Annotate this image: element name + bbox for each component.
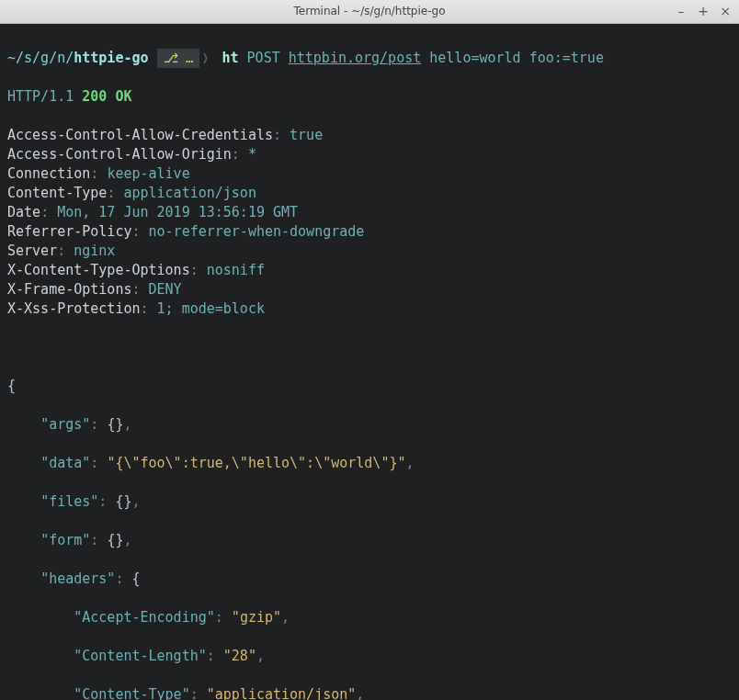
json-args: "args": {}, bbox=[7, 415, 732, 435]
header-value: * bbox=[248, 146, 256, 163]
response-header: Access-Control-Allow-Credentials: true bbox=[7, 126, 732, 145]
header-value: true bbox=[290, 127, 323, 143]
cmd-name: ht bbox=[222, 50, 239, 66]
prompt-sep-icon: ❯ bbox=[203, 49, 209, 68]
header-key: Access-Control-Allow-Origin bbox=[7, 146, 232, 163]
response-header: Content-Type: application/json bbox=[7, 184, 732, 203]
header-value: DENY bbox=[149, 281, 182, 298]
header-key: Date bbox=[7, 204, 40, 220]
close-button[interactable]: × bbox=[719, 2, 732, 21]
header-value: nosniff bbox=[207, 262, 265, 278]
http-proto: HTTP/1.1 bbox=[7, 88, 74, 105]
json-h-cl: "Content-Length": "28", bbox=[7, 647, 732, 666]
header-value: no-referrer-when-downgrade bbox=[149, 223, 365, 240]
status-line: HTTP/1.1 200 OK bbox=[7, 87, 732, 107]
header-value: application/json bbox=[123, 185, 256, 201]
response-headers: Access-Control-Allow-Credentials: trueAc… bbox=[7, 126, 732, 319]
response-header: Access-Control-Allow-Origin: * bbox=[7, 145, 732, 164]
cwd-prefix: ~/s/g/n/ bbox=[7, 50, 74, 66]
cmd-url: httpbin.org/post bbox=[289, 50, 422, 66]
branch-name: … bbox=[186, 49, 193, 68]
minimize-button[interactable]: – bbox=[675, 2, 688, 21]
header-key: Server bbox=[7, 243, 57, 259]
header-value: keep-alive bbox=[107, 165, 189, 182]
header-value: 1; mode=block bbox=[157, 300, 265, 317]
header-key: X-Frame-Options bbox=[7, 281, 131, 298]
prompt-line-1: ~/s/g/n/httpie-go ⎇ …❯ ht POST httpbin.o… bbox=[7, 49, 732, 68]
response-header: Server: nginx bbox=[7, 242, 732, 261]
blank-line bbox=[7, 338, 732, 357]
response-header: Date: Mon, 17 Jun 2019 13:56:19 GMT bbox=[7, 203, 732, 222]
branch-icon: ⎇ bbox=[164, 49, 178, 68]
json-h-ct: "Content-Type": "application/json", bbox=[7, 685, 732, 700]
response-header: Referrer-Policy: no-referrer-when-downgr… bbox=[7, 222, 732, 242]
header-key: Content-Type bbox=[7, 185, 107, 201]
http-status: 200 OK bbox=[82, 88, 131, 105]
json-data: "data": "{\"foo\":true,\"hello\":\"world… bbox=[7, 454, 732, 473]
header-key: X-Content-Type-Options bbox=[7, 262, 190, 278]
json-open: { bbox=[7, 377, 732, 396]
terminal[interactable]: ~/s/g/n/httpie-go ⎇ …❯ ht POST httpbin.o… bbox=[0, 24, 739, 700]
header-value: Mon, 17 Jun 2019 13:56:19 GMT bbox=[57, 204, 298, 220]
window-titlebar: Terminal - ~/s/g/n/httpie-go – + × bbox=[0, 0, 739, 24]
json-headers-open: "headers": { bbox=[7, 570, 732, 589]
header-value: nginx bbox=[74, 243, 115, 259]
header-key: Access-Control-Allow-Credentials bbox=[7, 127, 273, 143]
response-header: X-Frame-Options: DENY bbox=[7, 280, 732, 299]
header-key: X-Xss-Protection bbox=[7, 300, 141, 317]
json-form: "form": {}, bbox=[7, 531, 732, 550]
git-branch-badge: ⎇ … bbox=[157, 49, 200, 68]
json-files: "files": {}, bbox=[7, 492, 732, 512]
window-title: Terminal - ~/s/g/n/httpie-go bbox=[0, 2, 739, 21]
json-h-ae: "Accept-Encoding": "gzip", bbox=[7, 608, 732, 627]
response-header: Connection: keep-alive bbox=[7, 164, 732, 184]
cmd-method: POST bbox=[247, 50, 280, 66]
header-key: Connection bbox=[7, 165, 90, 182]
maximize-button[interactable]: + bbox=[697, 2, 710, 21]
cmd-args: hello=world foo:=true bbox=[429, 50, 604, 66]
cwd-last: httpie-go bbox=[74, 50, 148, 66]
response-header: X-Content-Type-Options: nosniff bbox=[7, 261, 732, 280]
response-header: X-Xss-Protection: 1; mode=block bbox=[7, 299, 732, 319]
window-controls: – + × bbox=[667, 2, 739, 21]
header-key: Referrer-Policy bbox=[7, 223, 131, 240]
